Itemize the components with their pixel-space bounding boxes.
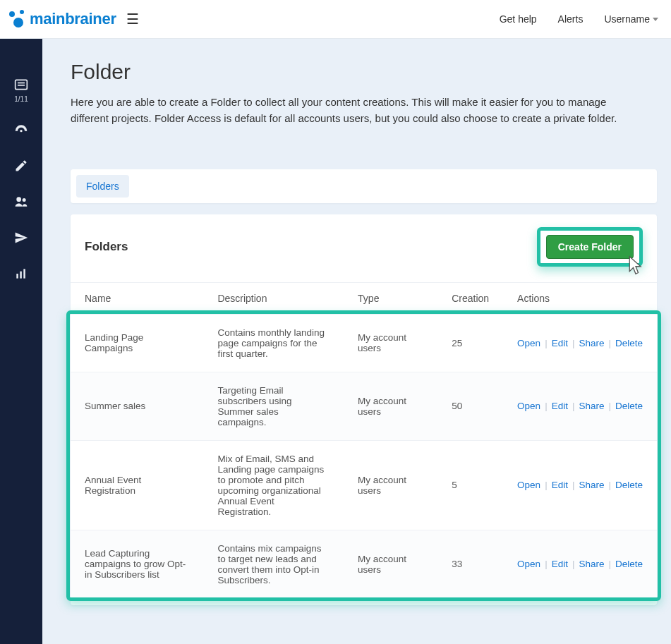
brand-text: mainbrainer <box>30 10 116 28</box>
cell-description: Contains mix campaigns to target new lea… <box>203 530 344 598</box>
sidebar-dashboard[interactable] <box>14 123 28 139</box>
delete-link[interactable]: Delete <box>615 401 643 411</box>
table-row: Annual Event RegistrationMix of Email, S… <box>71 440 657 530</box>
share-link[interactable]: Share <box>579 338 604 348</box>
col-type: Type <box>344 282 437 314</box>
chart-icon <box>14 267 28 283</box>
create-folder-highlight: Create Folder <box>537 227 643 267</box>
edit-link[interactable]: Edit <box>552 559 568 569</box>
username-label: Username <box>604 13 650 25</box>
table-row: Lead Capturing campaigns to grow Opt-in … <box>71 530 657 598</box>
delete-link[interactable]: Delete <box>615 338 643 348</box>
open-link[interactable]: Open <box>517 338 540 348</box>
cell-type: My account users <box>344 372 437 440</box>
cell-description: Contains monthly landing page campaigns … <box>203 314 344 372</box>
create-folder-button[interactable]: Create Folder <box>546 235 634 259</box>
table-row: Summer salesTargeting Email subscribers … <box>71 372 657 440</box>
sidebar-insights[interactable] <box>14 267 28 283</box>
open-link[interactable]: Open <box>517 401 540 411</box>
cell-type: My account users <box>344 440 437 530</box>
col-description: Description <box>203 282 344 314</box>
pencil-icon <box>14 159 28 175</box>
col-creation: Creation <box>437 282 503 314</box>
cell-description: Targeting Email subscribers using Summer… <box>203 372 344 440</box>
cell-name: Summer sales <box>71 372 203 440</box>
chevron-down-icon <box>653 18 658 21</box>
folders-panel: Folders Create Folder Name Description T… <box>71 214 657 605</box>
delete-link[interactable]: Delete <box>615 480 643 490</box>
tab-folders[interactable]: Folders <box>76 175 129 198</box>
delete-link[interactable]: Delete <box>615 559 643 569</box>
cell-name: Annual Event Registration <box>71 440 203 530</box>
folders-table-wrap: Name Description Type Creation Actions L… <box>71 282 657 598</box>
cell-actions: Open|Edit|Share|Delete <box>503 530 657 598</box>
logo-dots-icon <box>7 9 27 29</box>
open-link[interactable]: Open <box>517 559 540 569</box>
share-link[interactable]: Share <box>579 559 604 569</box>
cell-description: Mix of Email, SMS and Landing page campa… <box>203 440 344 530</box>
tab-strip: Folders <box>71 169 657 203</box>
edit-link[interactable]: Edit <box>552 480 568 490</box>
username-menu[interactable]: Username <box>604 13 658 25</box>
sidebar-step-indicator[interactable]: 1/11 <box>14 78 28 103</box>
edit-link[interactable]: Edit <box>552 401 568 411</box>
open-link[interactable]: Open <box>517 480 540 490</box>
menu-toggle-icon[interactable]: ☰ <box>126 12 139 26</box>
page-description: Here you are able to create a Folder to … <box>71 94 621 127</box>
left-sidebar: 1/11 <box>0 39 42 644</box>
cell-actions: Open|Edit|Share|Delete <box>503 372 657 440</box>
svg-point-5 <box>23 198 26 202</box>
top-bar: mainbrainer ☰ Get help Alerts Username <box>0 0 671 39</box>
list-icon <box>14 78 28 94</box>
folders-table: Name Description Type Creation Actions L… <box>71 282 657 598</box>
cell-creation: 50 <box>437 372 503 440</box>
cell-name: Landing Page Campaigns <box>71 314 203 372</box>
svg-rect-6 <box>16 274 18 279</box>
table-row: Landing Page CampaignsContains monthly l… <box>71 314 657 372</box>
brand-logo[interactable]: mainbrainer <box>7 9 116 29</box>
col-actions: Actions <box>503 282 657 314</box>
cell-creation: 33 <box>437 530 503 598</box>
col-name: Name <box>71 282 203 314</box>
main-content: Folder Here you are able to create a Fol… <box>42 39 671 644</box>
cell-name: Lead Capturing campaigns to grow Opt-in … <box>71 530 203 598</box>
cell-creation: 25 <box>437 314 503 372</box>
alerts-link[interactable]: Alerts <box>558 13 584 25</box>
svg-point-4 <box>16 197 21 202</box>
get-help-link[interactable]: Get help <box>500 13 537 25</box>
share-link[interactable]: Share <box>579 401 604 411</box>
users-icon <box>14 195 28 211</box>
panel-title: Folders <box>85 240 128 254</box>
share-link[interactable]: Share <box>579 480 604 490</box>
svg-rect-7 <box>20 272 22 279</box>
cell-actions: Open|Edit|Share|Delete <box>503 314 657 372</box>
sidebar-campaigns[interactable] <box>14 231 28 247</box>
sidebar-crm[interactable] <box>14 195 28 211</box>
cell-actions: Open|Edit|Share|Delete <box>503 440 657 530</box>
send-icon <box>14 231 28 247</box>
step-label: 1/11 <box>14 95 28 103</box>
page-title: Folder <box>71 60 657 84</box>
cell-creation: 5 <box>437 440 503 530</box>
cell-type: My account users <box>344 530 437 598</box>
cell-type: My account users <box>344 314 437 372</box>
sidebar-create[interactable] <box>14 159 28 175</box>
svg-point-3 <box>20 130 22 132</box>
gauge-icon <box>14 123 28 139</box>
edit-link[interactable]: Edit <box>552 338 568 348</box>
svg-rect-8 <box>23 269 25 278</box>
